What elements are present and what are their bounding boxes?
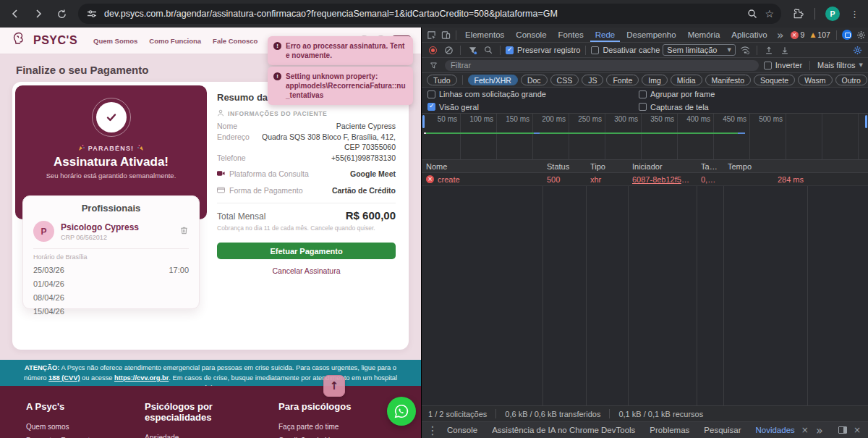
cancel-subscription-link[interactable]: Cancelar Assinatura (217, 266, 396, 275)
chip-midia[interactable]: Mídia (671, 75, 702, 85)
col-header-nome[interactable]: Nome (422, 160, 542, 172)
checkbox-unchecked[interactable] (591, 46, 599, 54)
drawer-tab-novidades[interactable]: Novidades (749, 426, 796, 434)
chip-manifesto[interactable]: Manifesto (705, 75, 752, 85)
column-divider[interactable] (586, 160, 587, 405)
chip-js[interactable]: JS (582, 75, 603, 85)
checkbox-checked[interactable] (427, 103, 435, 111)
export-har-icon[interactable] (778, 44, 791, 56)
tab-fontes[interactable]: Fontes (553, 28, 589, 42)
timeline-right-handle[interactable] (865, 115, 867, 128)
chip-doc[interactable]: Doc (521, 75, 548, 85)
filter-input[interactable] (451, 61, 753, 70)
group-by-frame-checkbox[interactable]: Agrupar por frame (639, 90, 850, 98)
scroll-to-top-button[interactable]: ↑ (323, 375, 345, 397)
more-tabs-icon[interactable]: » (774, 29, 787, 41)
drawer-tab-problemas[interactable]: Problemas (643, 426, 696, 434)
tab-memoria[interactable]: Memória (683, 28, 726, 42)
device-toolbar-icon[interactable] (439, 29, 452, 41)
column-divider[interactable] (628, 160, 629, 405)
nav-como-funciona[interactable]: Como Funciona (149, 37, 201, 45)
column-divider[interactable] (697, 160, 697, 405)
reload-icon[interactable] (55, 7, 68, 20)
cvv-site-link[interactable]: https://cvv.org.br (114, 374, 169, 382)
footer-link[interactable]: Quem somos (26, 423, 145, 431)
filter-input-pill[interactable] (445, 60, 759, 71)
nav-fale-conosco[interactable]: Fale Conosco (213, 37, 258, 45)
column-divider[interactable] (542, 160, 543, 405)
chip-fetch-xhr[interactable]: Fetch/XHR (468, 75, 518, 85)
dock-side-icon[interactable] (836, 424, 849, 436)
site-info-icon[interactable] (85, 7, 98, 20)
brand-name[interactable]: PSYC'S (33, 34, 77, 47)
disable-cache-checkbox[interactable]: Desativar cache (591, 46, 660, 54)
big-request-rows-checkbox[interactable]: Linhas com solicitação grande (427, 90, 639, 98)
chip-tudo[interactable]: Tudo (427, 75, 457, 85)
tab-rede[interactable]: Rede (590, 28, 621, 42)
filter-icon[interactable] (466, 44, 479, 56)
error-badge[interactable]: × 9 (791, 30, 805, 39)
trash-icon[interactable] (179, 225, 189, 238)
settings-gear-icon[interactable] (855, 29, 868, 41)
tab-console[interactable]: Console (511, 28, 551, 42)
col-header-tempo[interactable]: Tempo (723, 160, 807, 172)
col-header-tipo[interactable]: Tipo (586, 160, 628, 172)
browser-menu-icon[interactable]: ⋮ (850, 9, 859, 20)
chip-soquete[interactable]: Soquete (754, 75, 795, 85)
search-network-icon[interactable] (482, 44, 495, 56)
drawer-menu-icon[interactable]: ⋮ (426, 424, 439, 436)
inspect-element-icon[interactable] (425, 29, 438, 41)
checkbox-checked[interactable] (506, 46, 514, 54)
preserve-log-checkbox[interactable]: Preservar registro (506, 46, 580, 54)
warning-badge[interactable]: ▲ 107 (810, 30, 830, 39)
drawer-tab-ai-assistance[interactable]: Assistência de IA no Chrome DevTools (485, 426, 642, 434)
more-drawer-tabs-icon[interactable]: » (813, 424, 826, 436)
checkbox-unchecked[interactable] (639, 103, 647, 111)
pay-button[interactable]: Efetuar Pagamento (217, 243, 396, 259)
chip-css[interactable]: CSS (550, 75, 579, 85)
screenshots-checkbox[interactable]: Capturas de tela (639, 103, 850, 111)
chip-outro[interactable]: Outro (835, 75, 867, 85)
col-header-status[interactable]: Status (542, 160, 586, 172)
drawer-tab-console[interactable]: Console (441, 426, 484, 434)
whatsapp-button[interactable] (387, 397, 416, 426)
chip-img[interactable]: Img (642, 75, 668, 85)
warning-toast[interactable]: ! Setting unknown property: app\models\R… (268, 67, 413, 105)
zoom-page-icon[interactable] (746, 7, 759, 20)
nav-quem-somos[interactable]: Quem Somos (93, 37, 137, 45)
drawer-tab-pesquisar[interactable]: Pesquisar (697, 426, 747, 434)
timeline-left-handle[interactable] (422, 115, 425, 128)
clear-network-icon[interactable] (442, 44, 455, 56)
import-har-icon[interactable] (762, 44, 775, 56)
cvv-phone-link[interactable]: 188 (CVV) (48, 374, 80, 382)
close-drawer-icon[interactable]: × (851, 425, 864, 435)
footer-link[interactable]: Ansiedade (145, 434, 278, 438)
request-row-create[interactable]: × create 500 xhr 6087-8eb12f56af3d8a17.j… (422, 173, 868, 186)
col-header-iniciador[interactable]: Iniciador (628, 160, 697, 172)
tab-desempenho[interactable]: Desempenho (621, 28, 681, 42)
record-network-icon[interactable] (426, 44, 439, 56)
companion-extension-icon[interactable] (841, 29, 854, 41)
chip-fonte[interactable]: Fonte (606, 75, 639, 85)
more-filters-button[interactable]: Mais filtros ▼ (817, 61, 863, 70)
invert-filter-checkbox[interactable]: Inverter (764, 61, 802, 70)
back-icon[interactable] (9, 7, 22, 20)
chip-wasm[interactable]: Wasm (798, 75, 832, 85)
checkbox-unchecked[interactable] (639, 90, 647, 98)
checkbox-unchecked[interactable] (427, 90, 435, 98)
url-bar[interactable]: dev.psycs.com.br/agendar/assinatura-conf… (78, 4, 781, 24)
tab-elementos[interactable]: Elementos (460, 28, 509, 42)
network-conditions-icon[interactable] (739, 44, 752, 56)
column-divider[interactable] (807, 160, 808, 405)
extensions-icon[interactable] (791, 7, 804, 20)
network-settings-gear-icon[interactable] (851, 44, 864, 56)
footer-link[interactable]: Faça parte do time (278, 423, 387, 431)
overview-checkbox[interactable]: Visão geral (427, 103, 639, 111)
network-overview-timeline[interactable]: 50 ms 100 ms 150 ms 200 ms 250 ms 300 ms… (422, 114, 868, 160)
col-header-tamanho[interactable]: Taman… (697, 160, 723, 172)
forward-icon[interactable] (32, 7, 45, 20)
error-toast[interactable]: ! Erro ao processar assinatura. Tente no… (268, 36, 413, 65)
throttling-select[interactable]: Sem limitação ▼ (663, 44, 735, 56)
close-novidades-icon[interactable]: × (799, 425, 812, 435)
bookmark-star-icon[interactable]: ☆ (765, 8, 774, 20)
